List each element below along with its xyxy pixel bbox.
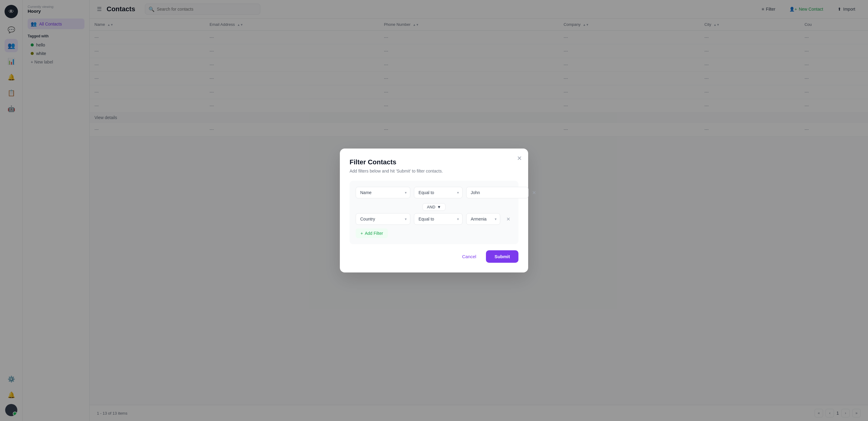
filter-value-2-wrapper: Armenia Afghanistan Albania ▼ — [466, 213, 500, 225]
filter-value-2[interactable]: Armenia Afghanistan Albania — [466, 213, 500, 225]
filter-field-2-wrapper: Country Name Email Address ▼ — [355, 213, 410, 225]
filter-field-1-wrapper: Name Email Address Country ▼ — [355, 187, 410, 198]
filter-remove-2[interactable]: ✕ — [504, 215, 513, 223]
filter-condition-2[interactable]: Equal to Not equal to — [414, 213, 463, 225]
modal-close-button[interactable]: ✕ — [517, 155, 522, 162]
filter-area: Name Email Address Country ▼ Equal to No… — [349, 181, 519, 244]
modal-footer: Cancel Submit — [349, 250, 519, 263]
submit-button[interactable]: Submit — [486, 250, 519, 263]
and-badge[interactable]: AND ▼ — [423, 203, 445, 211]
filter-condition-1[interactable]: Equal to Not equal to Contains — [414, 187, 463, 198]
filter-modal: Filter Contacts Add filters below and hi… — [340, 149, 528, 272]
modal-subtitle: Add filters below and hit 'Submit' to fi… — [349, 169, 519, 174]
filter-remove-1[interactable]: ✕ — [532, 188, 536, 197]
filter-value-1[interactable] — [466, 187, 528, 198]
filter-connector: AND ▼ — [355, 203, 513, 211]
add-filter-label: Add Filter — [365, 231, 383, 236]
modal-title: Filter Contacts — [349, 158, 519, 166]
filter-row-2: Country Name Email Address ▼ Equal to No… — [355, 213, 513, 225]
and-label: AND — [427, 205, 435, 209]
cancel-button[interactable]: Cancel — [456, 250, 482, 263]
modal-overlay[interactable]: Filter Contacts Add filters below and hi… — [0, 0, 868, 421]
filter-field-1[interactable]: Name Email Address Country — [355, 187, 410, 198]
and-chevron: ▼ — [437, 205, 441, 209]
filter-condition-1-wrapper: Equal to Not equal to Contains ▼ — [414, 187, 463, 198]
add-filter-icon: + — [361, 231, 363, 236]
filter-condition-2-wrapper: Equal to Not equal to ▼ — [414, 213, 463, 225]
filter-row-1: Name Email Address Country ▼ Equal to No… — [355, 187, 513, 198]
filter-field-2[interactable]: Country Name Email Address — [355, 213, 410, 225]
add-filter-button[interactable]: + Add Filter — [355, 229, 388, 238]
